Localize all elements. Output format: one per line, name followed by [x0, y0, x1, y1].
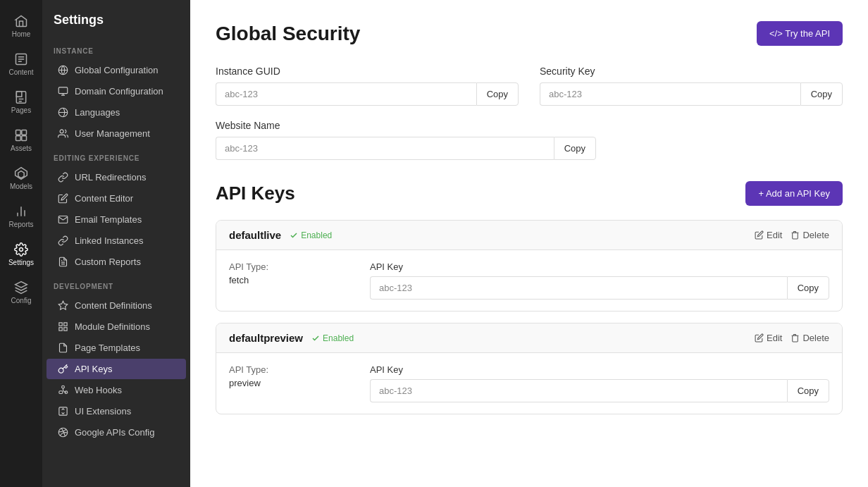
api-card-name-row-defaultpreview: defaultpreview Enabled: [229, 332, 354, 344]
svg-rect-16: [59, 328, 62, 331]
svg-rect-3: [16, 130, 21, 135]
svg-rect-2: [16, 92, 21, 97]
sidebar-item-url-redirections[interactable]: URL Redirections: [46, 167, 186, 187]
sidebar-item-custom-reports[interactable]: Custom Reports: [46, 252, 186, 272]
api-key-label-defaultlive: API Key: [370, 261, 829, 272]
sidebar-item-api-keys[interactable]: API Keys: [46, 359, 186, 379]
sidebar-item-content-editor[interactable]: Content Editor: [46, 188, 186, 209]
website-name-copy-button[interactable]: Copy: [554, 137, 596, 160]
api-key-group-defaultpreview: API Key Copy: [370, 364, 829, 402]
delete-button-defaultlive[interactable]: Delete: [790, 230, 829, 240]
api-key-input-defaultpreview[interactable]: [370, 379, 787, 402]
api-card-header-defaultpreview: defaultpreview Enabled Edit Delete: [216, 323, 842, 353]
api-key-group-defaultlive: API Key Copy: [370, 261, 829, 300]
api-type-label-defaultpreview: API Type:: [229, 364, 342, 375]
sidebar-item-domain-configuration[interactable]: Domain Configuration: [46, 81, 186, 101]
api-key-copy-defaultlive[interactable]: Copy: [787, 276, 829, 300]
api-card-defaultpreview: defaultpreview Enabled Edit Delete AP: [216, 323, 843, 414]
sidebar-item-linked-instances[interactable]: Linked Instances: [46, 230, 186, 251]
enabled-badge-defaultpreview: Enabled: [311, 333, 354, 343]
svg-rect-4: [22, 130, 27, 135]
sidebar: Settings INSTANCE Global Configuration D…: [42, 0, 190, 487]
svg-rect-11: [58, 87, 68, 94]
sidebar-item-ui-extensions[interactable]: UI Extensions: [46, 401, 186, 421]
sidebar-item-google-apis-config[interactable]: Google APIs Config: [46, 422, 186, 443]
sidebar-item-user-management[interactable]: User Management: [46, 123, 186, 144]
api-card-name-defaultpreview: defaultpreview: [229, 332, 303, 344]
svg-point-13: [60, 130, 63, 133]
website-name-input[interactable]: [216, 137, 554, 160]
api-key-input-defaultlive[interactable]: [370, 276, 787, 300]
section-label-editing: EDITING EXPERIENCE: [42, 144, 190, 166]
api-card-body-defaultlive: API Type: fetch API Key Copy: [216, 250, 842, 311]
main-header: Global Security </> Try the API: [216, 21, 843, 46]
security-key-label: Security Key: [540, 66, 843, 77]
api-card-actions-defaultpreview: Edit Delete: [755, 333, 829, 343]
security-key-group: Security Key Copy: [540, 66, 843, 106]
api-card-name-row-defaultlive: defaultlive Enabled: [229, 229, 332, 241]
api-key-label-defaultpreview: API Key: [370, 364, 829, 375]
website-name-field-row: Copy: [216, 137, 596, 160]
api-key-row-defaultlive: Copy: [370, 276, 829, 300]
svg-rect-15: [64, 323, 67, 326]
enabled-badge-defaultlive: Enabled: [290, 230, 332, 240]
api-type-value-defaultpreview: preview: [229, 378, 342, 388]
api-type-label-defaultlive: API Type:: [229, 261, 342, 272]
icon-nav: Home Content Pages Assets Models Reports…: [0, 0, 42, 487]
security-key-field-row: Copy: [540, 82, 843, 106]
api-card-defaultlive: defaultlive Enabled Edit Delete API T: [216, 220, 843, 312]
instance-guid-copy-button[interactable]: Copy: [476, 82, 519, 106]
nav-reports[interactable]: Reports: [0, 197, 42, 235]
top-fields-row: Instance GUID Copy Security Key Copy: [216, 66, 843, 106]
api-type-group-defaultpreview: API Type: preview: [229, 364, 342, 388]
website-name-group: Website Name Copy: [216, 120, 596, 160]
nav-config[interactable]: Config: [0, 273, 42, 312]
nav-models[interactable]: Models: [0, 159, 42, 197]
sidebar-item-global-configuration[interactable]: Global Configuration: [46, 60, 186, 80]
svg-rect-17: [64, 328, 67, 331]
sidebar-title: Settings: [42, 0, 190, 37]
api-card-body-defaultpreview: API Type: preview API Key Copy: [216, 353, 842, 414]
edit-button-defaultlive[interactable]: Edit: [755, 230, 782, 240]
sidebar-item-email-templates[interactable]: Email Templates: [46, 209, 186, 230]
sidebar-item-module-definitions[interactable]: Module Definitions: [46, 316, 186, 337]
sidebar-item-page-templates[interactable]: Page Templates: [46, 338, 186, 358]
security-key-copy-button[interactable]: Copy: [800, 82, 843, 106]
section-label-development: DEVELOPMENT: [42, 273, 190, 295]
api-type-group-defaultlive: API Type: fetch: [229, 261, 342, 285]
sidebar-item-languages[interactable]: Languages: [46, 102, 186, 123]
website-name-label: Website Name: [216, 120, 596, 131]
svg-rect-6: [22, 136, 27, 141]
instance-guid-field-row: Copy: [216, 82, 519, 106]
nav-assets[interactable]: Assets: [0, 121, 42, 159]
api-card-header-defaultlive: defaultlive Enabled Edit Delete: [216, 221, 842, 250]
instance-guid-input[interactable]: [216, 82, 476, 106]
instance-guid-group: Instance GUID Copy: [216, 66, 519, 106]
nav-content[interactable]: Content: [0, 45, 42, 83]
instance-guid-label: Instance GUID: [216, 66, 519, 77]
nav-settings[interactable]: Settings: [0, 235, 42, 273]
svg-rect-5: [16, 136, 21, 141]
edit-button-defaultpreview[interactable]: Edit: [755, 333, 782, 343]
nav-home[interactable]: Home: [0, 7, 42, 45]
api-key-row-defaultpreview: Copy: [370, 379, 829, 402]
sidebar-item-content-definitions[interactable]: Content Definitions: [46, 295, 186, 316]
api-card-actions-defaultlive: Edit Delete: [755, 230, 829, 240]
try-api-button[interactable]: </> Try the API: [757, 21, 843, 46]
svg-rect-14: [59, 323, 62, 326]
api-type-value-defaultlive: fetch: [229, 275, 342, 285]
api-keys-header: API Keys + Add an API Key: [216, 181, 843, 206]
sidebar-item-web-hooks[interactable]: Web Hooks: [46, 380, 186, 400]
security-key-input[interactable]: [540, 82, 800, 106]
api-keys-title: API Keys: [216, 183, 295, 204]
api-key-copy-defaultpreview[interactable]: Copy: [787, 379, 829, 402]
delete-button-defaultpreview[interactable]: Delete: [790, 333, 829, 343]
page-title: Global Security: [216, 23, 360, 45]
add-api-key-button[interactable]: + Add an API Key: [745, 181, 843, 206]
svg-point-18: [62, 386, 65, 388]
nav-pages[interactable]: Pages: [0, 83, 42, 121]
api-card-name-defaultlive: defaultlive: [229, 229, 281, 241]
svg-marker-8: [18, 171, 24, 178]
section-label-instance: INSTANCE: [42, 37, 190, 59]
svg-point-9: [20, 248, 23, 252]
